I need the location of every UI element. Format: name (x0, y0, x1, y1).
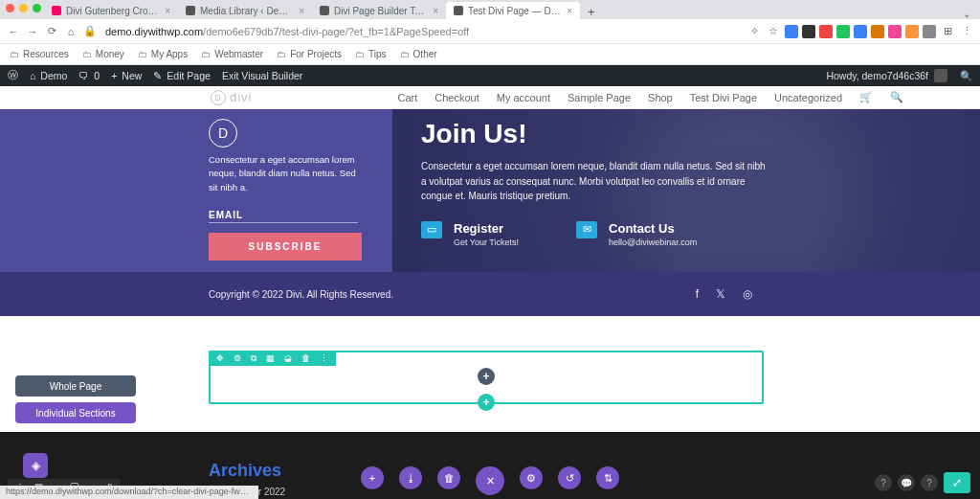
site-logo[interactable]: Ddivi (211, 90, 253, 105)
close-tab-icon[interactable]: × (567, 6, 572, 16)
share-icon[interactable]: ✧ (746, 25, 762, 37)
move-icon[interactable]: ✥ (216, 354, 224, 363)
browser-tab-active[interactable]: Test Divi Page — Demo× (446, 2, 580, 19)
add-button[interactable]: + (361, 466, 384, 489)
bookmark-folder[interactable]: Tips (355, 49, 387, 59)
builder-canvas: Whole Page Individual Sections ✥ ⚙ ⧉ ▦ ◒… (0, 316, 980, 432)
help-icon[interactable]: ? (875, 474, 892, 491)
wp-exit-builder-link[interactable]: Exit Visual Builder (222, 70, 302, 81)
bookmark-folder[interactable]: For Projects (277, 49, 342, 59)
question-icon[interactable]: ? (921, 474, 938, 491)
duplicate-icon[interactable]: ⧉ (251, 354, 256, 363)
section-outline[interactable]: ✥ ⚙ ⧉ ▦ ◒ 🗑 ⋮ + + (209, 351, 764, 404)
search-icon[interactable]: 🔍 (959, 70, 972, 82)
download-icon[interactable]: ⭳ (399, 466, 422, 489)
add-row-button[interactable]: + (478, 368, 495, 385)
bookmark-folder[interactable]: My Apps (138, 49, 188, 59)
extension-icon[interactable] (888, 25, 902, 38)
browser-tab[interactable]: Divi Gutenberg Cross-Domain× (44, 2, 178, 19)
tab-title: Divi Page Builder Test | Demo (334, 6, 428, 16)
email-field-underline[interactable] (209, 222, 358, 223)
trash-icon[interactable]: 🗑 (301, 354, 310, 363)
extension-icon[interactable] (854, 25, 867, 38)
subscribe-button[interactable]: SUBSCRIBE (209, 233, 362, 261)
history-icon[interactable]: ↺ (558, 466, 581, 489)
wp-logo-icon[interactable]: ⓦ (8, 69, 18, 82)
menu-icon[interactable]: ⋮ (959, 25, 974, 37)
status-bar: https://demo.diywithwp.com/download/?ch=… (0, 486, 258, 499)
home-icon[interactable]: ⌂ (63, 26, 78, 37)
gear-icon[interactable]: ⚙ (520, 466, 543, 489)
hero-left-paragraph: Consectetur a eget accumsan lorem neque,… (209, 153, 358, 194)
close-window-icon[interactable] (6, 4, 14, 12)
wp-site-link[interactable]: ⌂ Demo (30, 70, 67, 81)
blurb-row: ▭ RegisterGet Your Tickets! ✉ Contact Us… (421, 221, 942, 247)
tab-title: Test Divi Page — Demo (468, 6, 562, 16)
cart-icon[interactable]: 🛒 (859, 91, 873, 103)
address-bar[interactable]: demo.diywithwp.com/demo6e679db7/test-div… (101, 26, 743, 37)
wp-comments-link[interactable]: 🗨 0 (78, 70, 100, 81)
divi-logo-icon: D (211, 90, 226, 105)
instagram-icon[interactable]: ◎ (743, 287, 752, 301)
minimize-window-icon[interactable] (19, 4, 28, 12)
whole-page-button[interactable]: Whole Page (15, 375, 136, 397)
wp-new-link[interactable]: + New (111, 70, 142, 81)
hero-paragraph: Consectetur a eget accumsan lorem neque,… (421, 159, 766, 204)
extension-icon[interactable] (836, 25, 850, 38)
wp-howdy[interactable]: Howdy, demo7d46c36f (826, 69, 947, 82)
bookmark-folder[interactable]: Other (400, 49, 437, 59)
bookmark-folder[interactable]: Webmaster (201, 49, 263, 59)
close-tab-icon[interactable]: × (299, 6, 304, 16)
star-icon[interactable]: ☆ (766, 25, 781, 37)
facebook-icon[interactable]: f (696, 287, 699, 301)
individual-sections-button[interactable]: Individual Sections (15, 402, 136, 423)
save-icon[interactable]: ◒ (284, 354, 292, 363)
nav-item[interactable]: My account (497, 92, 550, 103)
add-section-button[interactable]: + (478, 394, 495, 411)
gear-icon[interactable]: ⚙ (234, 354, 241, 363)
extension-icon[interactable] (785, 25, 798, 38)
search-icon[interactable]: 🔍 (890, 91, 903, 103)
reload-icon[interactable]: ⟳ (44, 25, 59, 37)
bookmark-folder[interactable]: Resources (10, 49, 69, 59)
more-icon[interactable]: ⋮ (320, 354, 328, 363)
nav-item[interactable]: Checkout (434, 92, 479, 103)
chevron-down-icon[interactable]: ⌄ (959, 9, 974, 19)
nav-item[interactable]: Test Divi Page (690, 92, 757, 103)
forward-icon[interactable]: → (25, 26, 40, 37)
trash-icon[interactable]: 🗑 (437, 466, 460, 489)
site-logo-text: divi (230, 90, 253, 104)
twitter-icon[interactable]: 𝕏 (716, 287, 725, 301)
extension-icon[interactable] (905, 25, 919, 38)
chat-icon[interactable]: 💬 (898, 474, 915, 491)
nav-item[interactable]: Cart (397, 92, 417, 103)
bookmark-folder[interactable]: Money (82, 49, 124, 59)
wp-edit-page-link[interactable]: ✎ Edit Page (153, 70, 211, 81)
nav-item[interactable]: Shop (648, 92, 673, 103)
browser-toolbar: ← → ⟳ ⌂ 🔒 demo.diywithwp.com/demo6e679db… (0, 19, 980, 44)
browser-tab-strip: Divi Gutenberg Cross-Domain× Media Libra… (0, 0, 980, 19)
nav-item[interactable]: Sample Page (568, 92, 631, 103)
wp-comments-count: 0 (94, 70, 100, 81)
new-tab-button[interactable]: + (580, 5, 603, 19)
layers-fab-icon[interactable]: ◈ (23, 453, 48, 478)
close-tab-icon[interactable]: × (433, 6, 438, 16)
extension-icon[interactable] (871, 25, 884, 38)
puzzle-icon[interactable]: ⊞ (940, 25, 955, 37)
primary-nav: Cart Checkout My account Sample Page Sho… (397, 91, 903, 103)
extension-icon[interactable] (802, 25, 815, 38)
expand-button[interactable]: ⤢ (944, 472, 970, 493)
portability-icon[interactable]: ⇅ (596, 466, 619, 489)
favicon-icon (52, 6, 61, 15)
browser-tab[interactable]: Media Library ‹ Demo — Word× (178, 2, 312, 19)
maximize-window-icon[interactable] (33, 4, 41, 12)
nav-item[interactable]: Uncategorized (774, 92, 842, 103)
columns-icon[interactable]: ▦ (266, 354, 275, 363)
hero-content-column: Join Us! Consectetur a eget accumsan lor… (392, 109, 980, 272)
extension-icon[interactable] (819, 25, 833, 38)
back-icon[interactable]: ← (6, 26, 21, 37)
close-tab-icon[interactable]: × (165, 6, 170, 16)
browser-tab[interactable]: Divi Page Builder Test | Demo× (312, 2, 446, 19)
close-button[interactable]: ✕ (476, 466, 504, 495)
extension-icon[interactable] (923, 25, 936, 38)
